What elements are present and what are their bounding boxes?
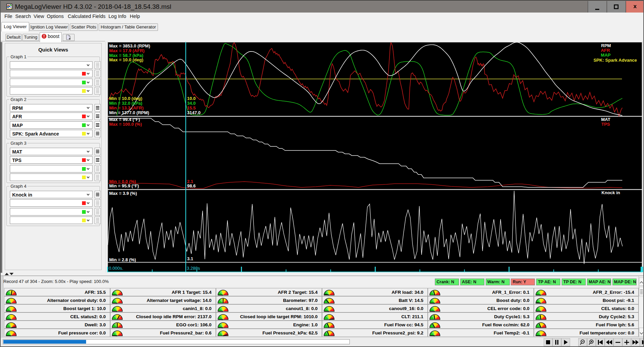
svg-text:SPK: Spark Advance: SPK: Spark Advance bbox=[593, 58, 637, 63]
svg-text:RPM: RPM bbox=[601, 43, 611, 48]
svg-text:Max = 99.4 (°F): Max = 99.4 (°F) bbox=[109, 117, 140, 122]
svg-text:Min = 13.3 (AFR): Min = 13.3 (AFR) bbox=[109, 105, 144, 110]
svg-text:TPS: TPS bbox=[601, 122, 610, 127]
svg-text:3.1: 3.1 bbox=[187, 256, 193, 261]
svg-text:15.5: 15.5 bbox=[187, 105, 196, 110]
svg-text:Min = 95.9 (°F): Min = 95.9 (°F) bbox=[109, 183, 139, 188]
svg-text:Min = 1377.0 (RPM): Min = 1377.0 (RPM) bbox=[109, 110, 149, 115]
svg-text:Min = 32.0 (kPa): Min = 32.0 (kPa) bbox=[109, 101, 142, 106]
svg-text:Max = 10.0 (deg): Max = 10.0 (deg) bbox=[109, 57, 143, 62]
svg-text:Max = 3853.0 (RPM): Max = 3853.0 (RPM) bbox=[109, 43, 150, 48]
svg-text:Min = 10.0 (deg): Min = 10.0 (deg) bbox=[109, 96, 142, 101]
svg-text:MAP: MAP bbox=[601, 53, 611, 58]
svg-text:98.6: 98.6 bbox=[187, 183, 196, 188]
svg-text:Max = 100.0 (%): Max = 100.0 (%) bbox=[109, 122, 142, 127]
svg-text:34.0: 34.0 bbox=[187, 101, 196, 106]
svg-text:AFR: AFR bbox=[601, 48, 610, 53]
svg-text:3147.0: 3147.0 bbox=[187, 110, 201, 115]
svg-text:0.000s.: 0.000s. bbox=[109, 266, 123, 271]
svg-text:Knock in: Knock in bbox=[602, 190, 620, 195]
svg-text:3.288s: 3.288s bbox=[187, 266, 200, 271]
svg-text:MAT: MAT bbox=[601, 117, 610, 122]
svg-text:Min = 2.8 (%): Min = 2.8 (%) bbox=[109, 257, 136, 262]
svg-text:10.0: 10.0 bbox=[187, 96, 196, 101]
svg-text:Max = 17.9 (AFR): Max = 17.9 (AFR) bbox=[109, 48, 144, 53]
svg-text:Max = 3.9 (%): Max = 3.9 (%) bbox=[109, 191, 137, 196]
